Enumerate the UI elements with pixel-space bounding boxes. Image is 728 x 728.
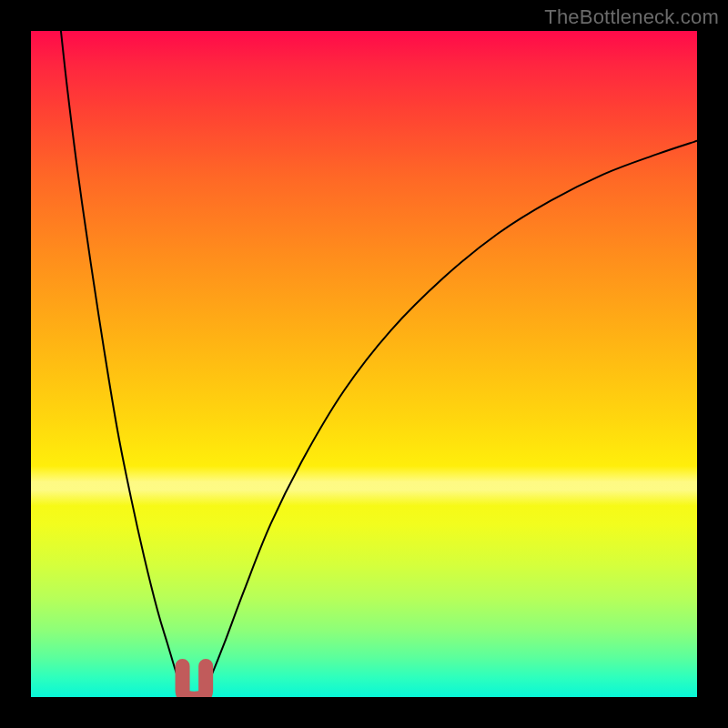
left-bottleneck-curve	[61, 31, 187, 695]
watermark-text: TheBottleneck.com	[544, 5, 719, 29]
chart-frame: TheBottleneck.com	[0, 0, 728, 728]
plot-area	[31, 31, 697, 697]
chart-svg	[31, 31, 697, 697]
bottleneck-dip-marker	[183, 666, 207, 697]
right-bottleneck-curve	[203, 141, 697, 695]
